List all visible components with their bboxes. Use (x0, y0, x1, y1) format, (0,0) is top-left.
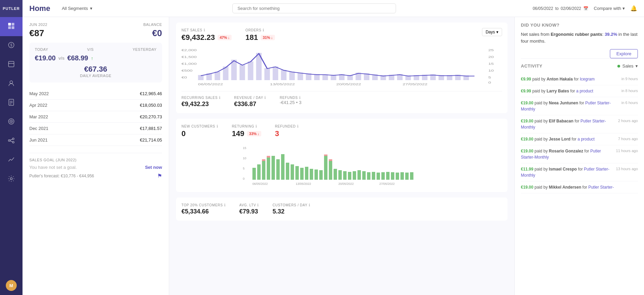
activity-product-link[interactable]: Putler Starter- (588, 185, 614, 190)
sidebar-item-goals[interactable] (0, 113, 23, 132)
svg-rect-104 (396, 173, 399, 180)
svg-rect-97 (362, 171, 366, 180)
svg-rect-101 (381, 172, 385, 180)
recurring-sales-block: RECURRING SALES ℹ €9,432.23 (181, 95, 220, 108)
compare-with-select[interactable]: Compare with ▾ (594, 6, 625, 11)
sidebar-item-dashboard[interactable] (0, 17, 23, 36)
svg-rect-79 (276, 159, 280, 180)
app-logo: PUTLER (0, 0, 23, 17)
sales-goal-text: You have not set a goal. (29, 165, 77, 170)
dyk-percent: 39.2% (605, 32, 617, 37)
activity-time: in 6 hours (621, 100, 638, 106)
explore-button[interactable]: Explore (610, 49, 638, 58)
paid-by-label: paid by (535, 119, 549, 123)
info-icon[interactable]: ℹ (297, 124, 299, 129)
svg-rect-9 (9, 99, 14, 105)
info-icon[interactable]: ℹ (263, 28, 264, 32)
middle-panel: NET SALES ℹ €9,432.23 47% ↓ (169, 17, 514, 295)
monthly-table: May 2022 €12,965.46 Apr 2022 €18,050.03 … (29, 88, 162, 146)
net-sales-label: NET SALES (181, 28, 202, 32)
customers-day-block: CUSTOMERS / DAY ℹ 5.32 (273, 203, 310, 215)
down-arrow-icon: ↓ (228, 35, 230, 40)
info-icon[interactable]: ℹ (204, 28, 205, 32)
top20-block: TOP 20% CUSTOMERS ℹ €5,334.66 (181, 203, 226, 215)
chevron-down-icon: ▾ (496, 30, 498, 34)
activity-user: Jesse Lord (549, 137, 570, 142)
activity-product-link[interactable]: a product (576, 89, 593, 93)
svg-rect-1 (12, 23, 14, 26)
daily-avg-value: €67.36 (35, 65, 157, 74)
activity-text: €19.00 paid by Elif Babacan for Putler S… (521, 118, 615, 130)
svg-rect-107 (410, 172, 413, 180)
set-now-link[interactable]: Set now (145, 165, 162, 170)
activity-text: €9.99 paid by Anton Hakala for Icegram (521, 76, 619, 82)
sales-icon: $ (8, 41, 15, 50)
activity-amount: €19.00 (521, 101, 533, 105)
activity-time: 7 hours ago (618, 136, 638, 142)
activity-item: €19.00 paid by Jesse Lord for a product … (521, 133, 638, 145)
svg-line-20 (10, 141, 13, 142)
sidebar-item-affiliates[interactable] (0, 132, 23, 151)
activity-amount: €19.00 (521, 137, 533, 142)
info-icon[interactable]: ℹ (299, 95, 301, 100)
activity-time: 13 hours ago (616, 166, 638, 172)
date-range-picker[interactable]: 06/05/2022 to 02/06/2022 📅 (533, 6, 588, 11)
activity-product-link[interactable]: Icegram (580, 77, 595, 82)
sidebar-item-sales[interactable]: $ (0, 36, 23, 55)
segment-select[interactable]: All Segments ▾ (58, 4, 96, 12)
flag-icon[interactable]: ⚑ (157, 173, 162, 179)
date-to: 02/06/2022 (561, 6, 581, 11)
svg-rect-75 (257, 164, 261, 180)
info-icon[interactable]: ℹ (264, 95, 266, 100)
activity-product-link[interactable]: a product (577, 137, 595, 142)
daily-avg-label: DAILY AVERAGE (35, 74, 157, 78)
sidebar-item-settings[interactable] (0, 170, 23, 189)
today-value: €19.00 (35, 54, 56, 62)
activity-user: Rosario Gonzalez (549, 149, 583, 153)
info-icon[interactable]: ℹ (224, 203, 226, 207)
forecast-row: Putler's forecast: €10,776 - €44,956 ⚑ (29, 170, 162, 179)
info-icon[interactable]: ℹ (219, 95, 221, 100)
svg-text:20: 20 (488, 55, 494, 59)
search-input[interactable] (232, 3, 396, 13)
customers-card: NEW CUSTOMERS ℹ 0 RETURNING ℹ (176, 119, 508, 192)
info-icon[interactable]: ℹ (217, 124, 218, 129)
svg-text:10: 10 (243, 157, 246, 160)
orders-badge: 31% ↓ (261, 35, 275, 40)
svg-rect-110 (324, 154, 327, 156)
orders-change: 31% (263, 35, 270, 40)
svg-rect-78 (272, 156, 275, 180)
revenue-day-block: REVENUE / DAY ℹ €336.87 (234, 95, 266, 108)
days-button[interactable]: Days ▾ (482, 28, 502, 36)
activity-filter-select[interactable]: Sales ▾ (617, 63, 638, 69)
date-separator: to (555, 6, 559, 11)
for-label: for (574, 77, 580, 82)
yesterday-label: YESTERDAY (133, 47, 157, 51)
recurring-label: RECURRING SALES (181, 96, 218, 100)
net-sales-change: 47% (220, 35, 227, 40)
paid-by-label: paid by (535, 101, 549, 105)
svg-rect-89 (324, 156, 327, 180)
reports-icon (8, 99, 15, 108)
dyk-product: Ergonomic rubber pants (551, 32, 602, 37)
avatar[interactable]: M (6, 280, 17, 291)
notifications-icon[interactable]: 🔔 (630, 5, 637, 12)
activity-time: 2 hours ago (618, 118, 638, 124)
sidebar-item-products[interactable] (0, 55, 23, 74)
info-icon[interactable]: ℹ (255, 124, 257, 129)
sidebar-item-customers[interactable] (0, 74, 23, 93)
svg-text:06/05/2022: 06/05/2022 (198, 83, 223, 86)
month-label: May 2022 (29, 91, 49, 96)
activity-text: €19.00 paid by Jesse Lord for a product (521, 136, 615, 142)
new-customers-value: 0 (181, 129, 186, 138)
month-value: €12,965.46 (140, 91, 162, 96)
info-icon[interactable]: ℹ (309, 203, 310, 207)
sidebar-item-reports[interactable] (0, 93, 23, 113)
svg-rect-84 (300, 168, 304, 180)
svg-rect-92 (338, 170, 342, 180)
svg-rect-42 (273, 67, 278, 80)
month-label: Apr 2022 (29, 103, 47, 108)
info-icon[interactable]: ℹ (257, 203, 259, 207)
sidebar-item-analytics[interactable] (0, 151, 23, 170)
svg-rect-88 (319, 170, 323, 180)
